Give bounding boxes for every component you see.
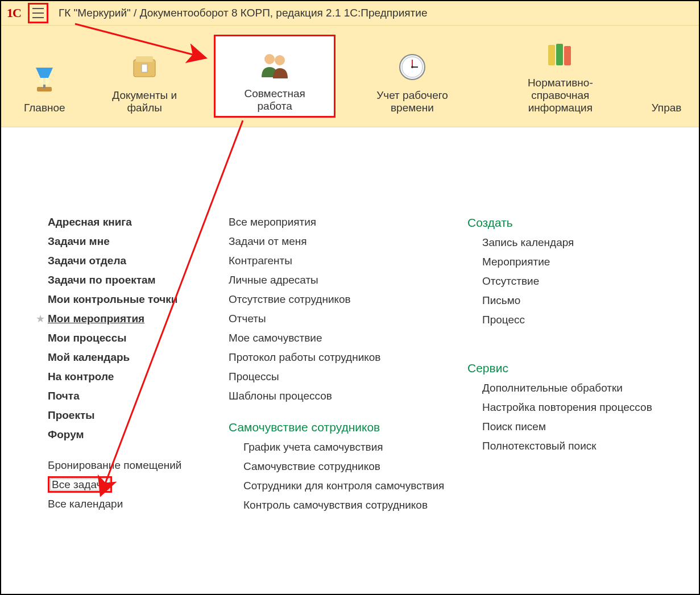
window-title: ГК "Меркурий" / Документооборот 8 КОРП, … bbox=[59, 7, 428, 19]
nav-link[interactable]: Письмо bbox=[467, 291, 672, 310]
nav-link[interactable]: Шаблоны процессов bbox=[229, 386, 445, 406]
section-none[interactable]: Управ bbox=[640, 35, 693, 118]
nav-link[interactable]: Форум bbox=[48, 425, 84, 444]
svg-point-2 bbox=[39, 78, 49, 85]
nav-link[interactable]: Адресная книга bbox=[48, 213, 132, 232]
people-icon bbox=[258, 49, 291, 82]
nav-link[interactable]: Мои контрольные точки bbox=[48, 290, 177, 309]
nav-link[interactable]: На контроле bbox=[48, 367, 114, 386]
folder-icon bbox=[128, 51, 161, 84]
section-folder[interactable]: Документы и файлы bbox=[84, 35, 206, 118]
svg-rect-14 bbox=[556, 44, 563, 65]
svg-rect-15 bbox=[564, 46, 571, 65]
nav-link[interactable]: Контрагенты bbox=[229, 251, 445, 271]
nav-link[interactable]: Мероприятие bbox=[467, 252, 672, 272]
nav-link[interactable]: Самочувствие сотрудников bbox=[229, 457, 445, 476]
nav-link[interactable]: Поиск писем bbox=[467, 417, 672, 436]
group-heading: Создать bbox=[467, 213, 672, 233]
navigation-panel: Адресная книгаЗадачи мнеЗадачи отделаЗад… bbox=[1, 127, 699, 532]
nav-link[interactable]: Полнотекстовый поиск bbox=[467, 436, 672, 456]
lamp-icon bbox=[28, 63, 61, 96]
section-label: Управ bbox=[652, 102, 682, 114]
section-lamp[interactable]: Главное bbox=[14, 35, 76, 118]
nav-link[interactable]: Задачи отдела bbox=[48, 251, 126, 271]
svg-point-12 bbox=[411, 66, 413, 68]
nav-link[interactable]: Отсутствие bbox=[467, 272, 672, 291]
nav-link[interactable]: Почта bbox=[48, 386, 80, 406]
nav-link[interactable]: Дополнительные обработки bbox=[467, 378, 672, 398]
nav-link[interactable]: Сотрудники для контроля самочувствия bbox=[229, 476, 445, 496]
app-window: 1C ГК "Меркурий" / Документооборот 8 КОР… bbox=[0, 0, 700, 595]
title-bar: 1C ГК "Меркурий" / Документооборот 8 КОР… bbox=[1, 1, 699, 26]
group-heading: Самочувствие сотрудников bbox=[229, 417, 445, 438]
app-logo: 1C bbox=[7, 6, 21, 20]
nav-link[interactable]: Мое самочувствие bbox=[229, 328, 445, 348]
nav-column-2: Все мероприятияЗадачи от меняКонтрагенты… bbox=[229, 213, 445, 515]
nav-link[interactable]: Бронирование помещений bbox=[48, 456, 181, 475]
nav-link[interactable]: Мои процессы bbox=[48, 328, 126, 348]
nav-link[interactable]: Настройка повторения процессов bbox=[467, 398, 672, 417]
star-icon: ★ bbox=[35, 313, 45, 325]
clock-icon bbox=[396, 51, 429, 84]
section-label: Совместная работа bbox=[226, 88, 324, 113]
nav-link[interactable]: Мой календарь bbox=[48, 348, 130, 367]
nav-link[interactable]: Все мероприятия bbox=[229, 213, 445, 232]
section-label: Учет рабочего времени bbox=[354, 89, 470, 114]
nav-link[interactable]: Протокол работы сотрудников bbox=[229, 348, 445, 367]
nav-link[interactable]: Мои мероприятия bbox=[48, 309, 144, 328]
nav-link[interactable]: Задачи от меня bbox=[229, 232, 445, 251]
nav-link[interactable]: Контроль самочувствия сотрудников bbox=[229, 496, 445, 515]
nav-link[interactable]: Личные адресаты bbox=[229, 271, 445, 290]
section-people[interactable]: Совместная работа bbox=[214, 35, 336, 118]
nav-link[interactable]: График учета самочувствия bbox=[229, 438, 445, 457]
nav-link[interactable]: Процессы bbox=[229, 367, 445, 386]
nav-link[interactable]: Задачи мне bbox=[48, 232, 110, 251]
group-heading: Сервис bbox=[467, 358, 672, 378]
svg-point-7 bbox=[275, 55, 285, 65]
nav-link[interactable]: Задачи по проектам bbox=[48, 271, 156, 290]
main-menu-button[interactable] bbox=[28, 3, 48, 23]
nav-link[interactable]: Все задачи bbox=[48, 475, 112, 494]
nav-column-3: СоздатьЗапись календаряМероприятиеОтсутс… bbox=[467, 213, 672, 515]
svg-point-6 bbox=[264, 54, 275, 64]
section-panel: ГлавноеДокументы и файлыСовместная работ… bbox=[1, 26, 699, 127]
books-icon bbox=[544, 38, 577, 71]
section-clock[interactable]: Учет рабочего времени bbox=[343, 35, 481, 118]
nav-link[interactable]: Проекты bbox=[48, 406, 94, 425]
section-label: Документы и файлы bbox=[94, 89, 196, 114]
section-label: Главное bbox=[24, 102, 65, 114]
svg-rect-13 bbox=[548, 45, 555, 65]
section-label: Нормативно-справочная информация bbox=[499, 77, 622, 114]
none-icon bbox=[650, 63, 683, 96]
nav-link[interactable]: Отсутствие сотрудников bbox=[229, 290, 445, 309]
nav-link[interactable]: Процесс bbox=[467, 310, 672, 330]
section-books[interactable]: Нормативно-справочная информация bbox=[489, 35, 632, 118]
svg-rect-4 bbox=[136, 56, 153, 62]
nav-link[interactable]: Запись календаря bbox=[467, 233, 672, 252]
nav-link[interactable]: Все календари bbox=[48, 494, 123, 514]
nav-link[interactable]: Отчеты bbox=[229, 309, 445, 328]
nav-column-1: Адресная книгаЗадачи мнеЗадачи отделаЗад… bbox=[35, 213, 206, 515]
svg-rect-5 bbox=[142, 64, 147, 72]
